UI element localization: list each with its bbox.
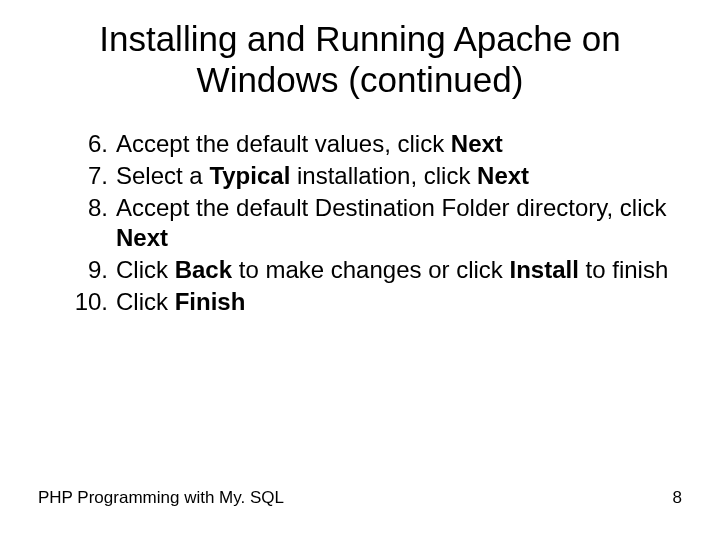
step-bold: Back [175, 256, 232, 283]
list-item: Accept the default values, click Next [62, 129, 682, 159]
step-text: Accept the default Destination Folder di… [116, 194, 666, 221]
step-text: to finish [579, 256, 668, 283]
step-text: Accept the default values, click [116, 130, 451, 157]
slide: Installing and Running Apache on Windows… [0, 0, 720, 540]
list-item: Click Back to make changes or click Inst… [62, 255, 682, 285]
step-bold: Next [477, 162, 529, 189]
step-list: Accept the default values, click Next Se… [38, 129, 682, 317]
list-item: Click Finish [62, 287, 682, 317]
page-title: Installing and Running Apache on Windows… [38, 18, 682, 101]
step-text: to make changes or click [232, 256, 509, 283]
page-number: 8 [673, 488, 682, 508]
step-bold: Finish [175, 288, 246, 315]
step-text: installation, click [290, 162, 477, 189]
step-bold: Typical [209, 162, 290, 189]
footer-source: PHP Programming with My. SQL [38, 488, 284, 507]
step-text: Click [116, 288, 175, 315]
step-bold: Install [510, 256, 579, 283]
step-bold: Next [451, 130, 503, 157]
step-text: Click [116, 256, 175, 283]
step-text: Select a [116, 162, 209, 189]
step-bold: Next [116, 224, 168, 251]
list-item: Accept the default Destination Folder di… [62, 193, 682, 253]
footer: PHP Programming with My. SQL 8 [38, 488, 682, 508]
list-item: Select a Typical installation, click Nex… [62, 161, 682, 191]
